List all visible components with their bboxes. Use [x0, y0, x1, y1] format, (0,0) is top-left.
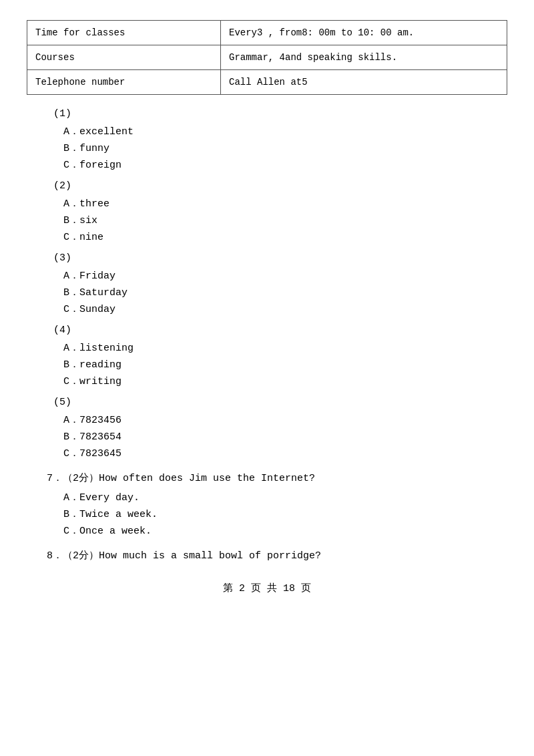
table-cell-left: Time for classes [27, 21, 221, 45]
table-cell-right: Every3 , from8: 00m to 10: 00 am. [221, 21, 507, 45]
q7-option-3: C．Once a week. [63, 524, 507, 537]
question-number-3: (3) [53, 252, 507, 264]
q7-option-2: B．Twice a week. [63, 508, 507, 520]
q8-label: 8．（2分）How much is a small bowl of porrid… [47, 549, 507, 562]
option-q1-1: A．excellent [63, 125, 507, 138]
option-q3-3: C．Sunday [63, 303, 507, 315]
option-q4-1: A．listening [63, 341, 507, 354]
standalone-questions-section: 7．（2分）How often does Jim use the Interne… [27, 471, 507, 562]
questions-section: (1)A．excellentB．funnyC．foreign(2)A．three… [27, 108, 507, 459]
table-cell-left: Courses [27, 45, 221, 69]
option-q5-1: A．7823456 [63, 413, 507, 426]
table-cell-right: Grammar, 4and speaking skills. [221, 45, 507, 69]
question-number-5: (5) [53, 397, 507, 408]
option-q1-3: C．foreign [63, 158, 507, 171]
option-q2-1: A．three [63, 197, 507, 210]
option-q5-3: C．7823645 [63, 447, 507, 459]
option-q5-2: B．7823654 [63, 430, 507, 443]
question-number-1: (1) [53, 108, 507, 120]
option-q4-3: C．writing [63, 375, 507, 387]
option-q2-2: B．six [63, 214, 507, 226]
q7-option-1: A．Every day. [63, 491, 507, 504]
table-cell-right: Call Allen at5 [221, 70, 507, 94]
page-footer: 第 2 页 共 18 页 [27, 582, 507, 594]
table-row: CoursesGrammar, 4and speaking skills. [27, 45, 507, 70]
question-number-4: (4) [53, 325, 507, 336]
q7-label: 7．（2分）How often does Jim use the Interne… [47, 471, 507, 484]
question-number-2: (2) [53, 180, 507, 192]
table-cell-left: Telephone number [27, 70, 221, 94]
option-q2-3: C．nine [63, 230, 507, 243]
option-q1-2: B．funny [63, 142, 507, 154]
option-q3-1: A．Friday [63, 269, 507, 282]
option-q4-2: B．reading [63, 358, 507, 371]
table-row: Telephone numberCall Allen at5 [27, 70, 507, 94]
info-table: Time for classesEvery3 , from8: 00m to 1… [27, 20, 507, 95]
option-q3-2: B．Saturday [63, 286, 507, 299]
table-row: Time for classesEvery3 , from8: 00m to 1… [27, 21, 507, 45]
